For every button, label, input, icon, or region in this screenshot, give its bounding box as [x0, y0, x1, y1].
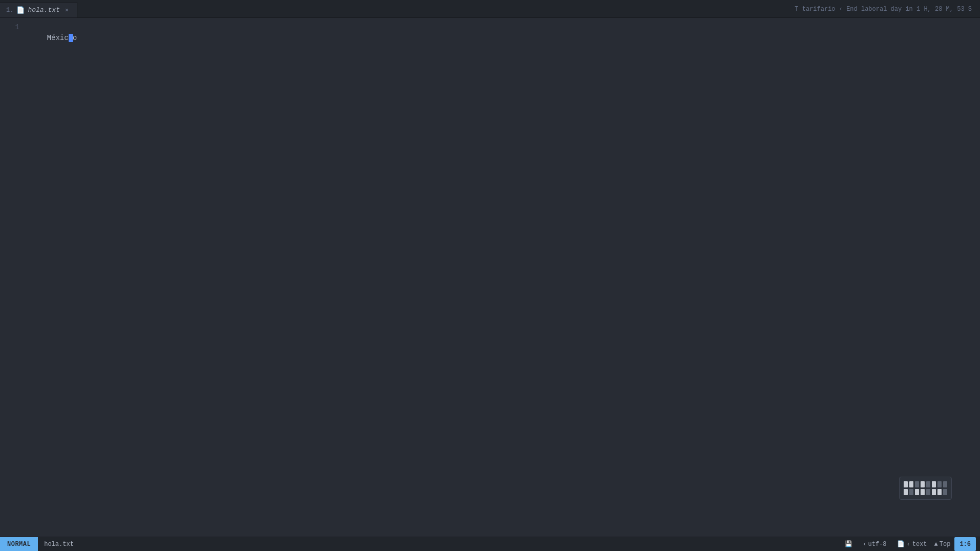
minimap-block-10 — [915, 489, 919, 495]
minimap-block-14 — [937, 489, 942, 495]
minimap-block-6 — [937, 481, 942, 487]
line-number-1: 1 — [0, 22, 19, 33]
minimap-block-15 — [943, 489, 947, 495]
cursor — [69, 34, 73, 42]
top-indicator-arrow: ▲ — [934, 541, 938, 548]
top-indicator-text: Top — [940, 541, 951, 548]
mode-indicator: NORMAL — [0, 537, 38, 551]
status-position: 1:6 — [954, 537, 976, 551]
minimap-block-9 — [909, 489, 913, 495]
status-encoding[interactable]: ‹ utf-8 — [860, 537, 889, 551]
status-git: 💾 — [842, 537, 856, 551]
minimap-block-7 — [943, 481, 947, 487]
editor-area: 1 México — [0, 18, 980, 537]
minimap-block-13 — [932, 489, 936, 495]
minimap-block-4 — [926, 481, 930, 487]
line-1-content: México — [47, 34, 77, 42]
tab-bar: 1. 📄 hola.txt ✕ T tarifario ‹ End labora… — [0, 0, 980, 18]
minimap-block-12 — [926, 489, 930, 495]
minimap-block-0 — [904, 481, 908, 487]
file-icon: 📄 — [897, 540, 905, 548]
minimap-block-11 — [921, 489, 925, 495]
tab-file-icon: 📄 — [16, 6, 25, 14]
minimap-widget — [899, 477, 952, 500]
status-filename: hola.txt — [38, 541, 80, 548]
status-top-label: ▲ Top — [934, 541, 951, 548]
minimap-block-3 — [921, 481, 925, 487]
tab-number: 1. — [6, 7, 13, 14]
status-right: 💾 ‹ utf-8 📄 ‹ text ▲ Top 1:6 — [842, 537, 980, 551]
minimap-block-2 — [915, 481, 919, 487]
minimap-block-5 — [932, 481, 936, 487]
encoding-text: utf-8 — [868, 541, 887, 548]
type-arrow-left: ‹ — [907, 541, 910, 548]
status-bar: NORMAL hola.txt 💾 ‹ utf-8 📄 ‹ text ▲ Top… — [0, 537, 980, 551]
editor-content[interactable]: México — [26, 18, 980, 537]
tab-hola-txt[interactable]: 1. 📄 hola.txt ✕ — [0, 2, 77, 17]
tab-filename: hola.txt — [28, 6, 59, 14]
minimap-block-1 — [909, 481, 913, 487]
status-filetype[interactable]: 📄 ‹ text — [894, 537, 930, 551]
minimap-container — [899, 477, 952, 500]
top-status-bar: T tarifario ‹ End laboral day in 1 H, 28… — [795, 0, 980, 18]
line-numbers: 1 — [0, 18, 26, 537]
tab-close-button[interactable]: ✕ — [63, 5, 71, 15]
top-status-text: T tarifario ‹ End laboral day in 1 H, 28… — [795, 6, 972, 13]
file-type-text: text — [912, 541, 927, 548]
encoding-arrow-left: ‹ — [863, 541, 866, 548]
minimap-block-8 — [904, 489, 908, 495]
save-icon: 💾 — [845, 540, 852, 548]
